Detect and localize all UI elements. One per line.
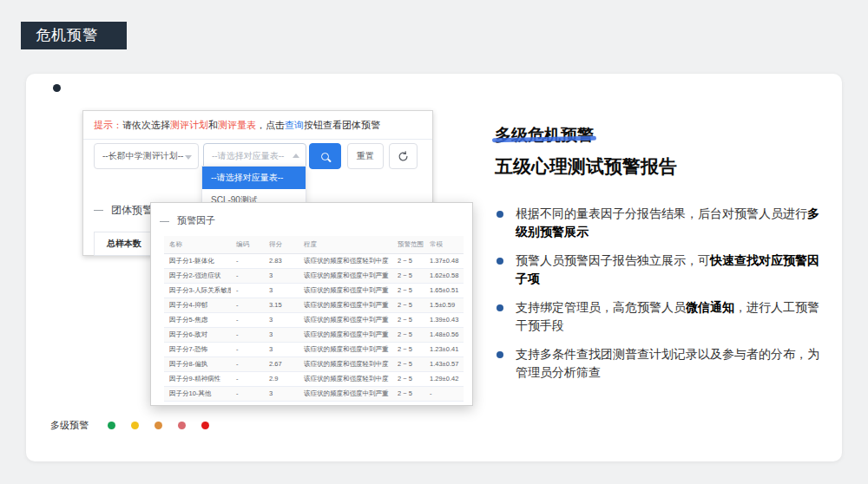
table-row: 因子分4-抑郁-3.15该症状的频度和强度中到严重2 ~ 51.5±0.59 <box>164 298 464 312</box>
table-cell: 1.37±0.48 <box>424 253 464 268</box>
bullet-text: 根据不同的量表因子分报告结果，后台对预警人员进行多级别预警展示 <box>516 205 826 241</box>
chevron-up-icon <box>293 154 299 158</box>
feature-description: 多级危机预警 五级心理测试预警报告 根据不同的量表因子分报告结果，后台对预警人员… <box>495 117 842 392</box>
warning-level-dot <box>201 422 209 429</box>
feature-bullet-list: 根据不同的量表因子分报告结果，后台对预警人员进行多级别预警展示预警人员预警因子报… <box>495 205 842 382</box>
warning-level-dot <box>108 422 115 429</box>
factor-table: 名称编码得分程度预警范围常模 因子分1-躯体化-2.83该症状的频度和强度轻到中… <box>164 236 464 402</box>
feature-bullet: 支持绑定管理员，高危预警人员微信通知，进行人工预警干预手段 <box>495 298 842 335</box>
bullet-text: 支持绑定管理员，高危预警人员微信通知，进行人工预警干预手段 <box>516 298 826 335</box>
table-cell: 该症状的频度和强度轻到中度 <box>299 253 392 268</box>
table-row: 因子分3-人际关系敏感-3该症状的频度和强度中到严重2 ~ 51.65±0.51 <box>164 283 464 298</box>
table-cell: 2 ~ 5 <box>392 327 424 342</box>
page-title: 危机预警 <box>36 27 98 43</box>
warning-level-dot <box>131 422 139 429</box>
table-cell: 2.67 <box>264 356 299 371</box>
table-cell: 因子分2-强迫症状 <box>164 268 231 283</box>
feature-bullet: 根据不同的量表因子分报告结果，后台对预警人员进行多级别预警展示 <box>495 205 842 241</box>
table-row: 因子分1-躯体化-2.83该症状的频度和强度轻到中度2 ~ 51.37±0.48 <box>164 253 464 268</box>
table-cell: 1.5±0.59 <box>424 298 464 312</box>
table-cell: 因子分10-其他 <box>164 386 231 401</box>
table-cell: 1.29±0.42 <box>424 371 464 386</box>
table-cell: 3 <box>264 327 299 342</box>
table-cell: 1.23±0.41 <box>424 342 464 356</box>
tip-text-segment: 查询 <box>285 120 304 130</box>
table-cell: 因子分6-敌对 <box>164 327 231 342</box>
bullet-dot-icon <box>496 351 503 358</box>
table-cell: 该症状的频度和强度中到严重 <box>299 268 392 283</box>
table-cell: 该症状的频度和强度轻到中度 <box>299 371 392 386</box>
page: 危机预警 提示：请依次选择测评计划和测评量表，点击查询按钮查看团体预警 --长郡… <box>0 0 868 484</box>
table-column-header: 程度 <box>299 236 392 253</box>
table-row: 因子分6-敌对-3该症状的频度和强度中到严重2 ~ 51.48±0.56 <box>164 327 464 342</box>
table-cell: 该症状的频度和强度中到严重 <box>299 386 392 401</box>
bullet-text-bold: 微信通知 <box>686 300 734 314</box>
table-cell: 1.65±0.51 <box>424 283 464 298</box>
table-cell: 2 ~ 5 <box>392 268 424 283</box>
heading-five-level-report: 五级心理测试预警报告 <box>495 154 842 179</box>
table-cell: 该症状的频度和强度中到严重 <box>299 342 392 356</box>
table-cell: 2 ~ 5 <box>392 342 424 356</box>
table-row: 因子分10-其他-3该症状的频度和强度中到严重2 ~ 5- <box>164 386 464 401</box>
table-column-header: 常模 <box>424 236 464 253</box>
plan-select-value: --长郡中学测评计划-- <box>102 151 183 160</box>
table-column-header: 编码 <box>231 236 264 253</box>
table-cell: 因子分5-焦虑 <box>164 312 231 327</box>
table-row: 因子分7-恐怖-3该症状的频度和强度中到严重2 ~ 51.23±0.41 <box>164 342 464 356</box>
bullet-dot-icon <box>496 211 503 218</box>
tip-text-segment: 请依次选择 <box>122 120 170 130</box>
legend-dot-row <box>108 422 225 429</box>
content-card: 提示：请依次选择测评计划和测评量表，点击查询按钮查看团体预警 --长郡中学测评计… <box>26 74 842 461</box>
table-column-header: 名称 <box>164 236 231 253</box>
factor-table-header: 名称编码得分程度预警范围常模 <box>164 236 464 253</box>
table-cell: 2 ~ 5 <box>392 298 424 312</box>
factor-panel-title: 预警因子 <box>160 214 215 227</box>
table-cell: 2.9 <box>264 371 299 386</box>
table-cell: - <box>231 298 264 312</box>
table-cell: 3 <box>264 283 299 298</box>
refresh-button[interactable] <box>389 143 418 169</box>
scale-select-placeholder: --请选择对应量表-- <box>212 151 284 160</box>
table-cell: 该症状的频度和强度中到严重 <box>299 327 392 342</box>
table-cell: - <box>231 253 264 268</box>
tip-text-segment: 测评计划 <box>170 120 208 130</box>
table-cell: 2 ~ 5 <box>392 312 424 327</box>
heading-multilevel-warning: 多级危机预警 <box>495 124 842 147</box>
chevron-down-icon <box>185 155 192 160</box>
table-cell: 因子分7-恐怖 <box>164 342 231 356</box>
bullet-text: 预警人员预警因子报告独立展示，可快速查找对应预警因子项 <box>516 252 826 288</box>
bullet-dot-icon <box>496 258 503 265</box>
table-cell: 2 ~ 5 <box>392 283 424 298</box>
search-icon <box>321 153 329 160</box>
table-cell: - <box>231 268 264 283</box>
dropdown-option[interactable]: --请选择对应量表-- <box>202 167 306 189</box>
warning-factor-panel: 预警因子 名称编码得分程度预警范围常模 因子分1-躯体化-2.83该症状的频度和… <box>150 202 473 406</box>
table-cell: 该症状的频度和强度中到严重 <box>299 283 392 298</box>
table-cell: 3 <box>264 386 299 401</box>
table-cell: - <box>424 386 464 401</box>
table-row: 因子分9-精神病性-2.9该症状的频度和强度轻到中度2 ~ 51.29±0.42 <box>164 371 464 386</box>
table-cell: 1.43±0.57 <box>424 356 464 371</box>
bullet-text-normal: 支持多条件查找团测普查计划记录以及参与者的分布，为管理员分析筛查 <box>516 347 819 379</box>
multilevel-legend: 多级预警 <box>50 419 225 431</box>
legend-label: 多级预警 <box>50 419 89 432</box>
table-cell: 因子分9-精神病性 <box>164 371 231 386</box>
table-cell: 因子分1-躯体化 <box>164 253 231 268</box>
factor-table-body: 因子分1-躯体化-2.83该症状的频度和强度轻到中度2 ~ 51.37±0.48… <box>164 253 464 401</box>
table-cell: 2 ~ 5 <box>392 253 424 268</box>
table-cell: 该症状的频度和强度轻到中度 <box>299 356 392 371</box>
plan-select[interactable]: --长郡中学测评计划-- <box>94 143 199 169</box>
reset-button[interactable]: 重置 <box>347 143 384 169</box>
table-cell: 该症状的频度和强度中到严重 <box>299 312 392 327</box>
feature-bullet: 预警人员预警因子报告独立展示，可快速查找对应预警因子项 <box>495 252 842 288</box>
table-row: 因子分8-偏执-2.67该症状的频度和强度轻到中度2 ~ 51.43±0.57 <box>164 356 464 371</box>
search-button[interactable] <box>309 143 341 169</box>
table-cell: 2 ~ 5 <box>392 371 424 386</box>
table-cell: 3.15 <box>264 298 299 312</box>
table-cell: 2 ~ 5 <box>392 386 424 401</box>
table-cell: - <box>231 386 264 401</box>
table-cell: 3 <box>264 268 299 283</box>
bullet-dot-icon <box>496 304 503 311</box>
table-cell: 2.83 <box>264 253 299 268</box>
bullet-dot-decoration <box>53 84 61 92</box>
